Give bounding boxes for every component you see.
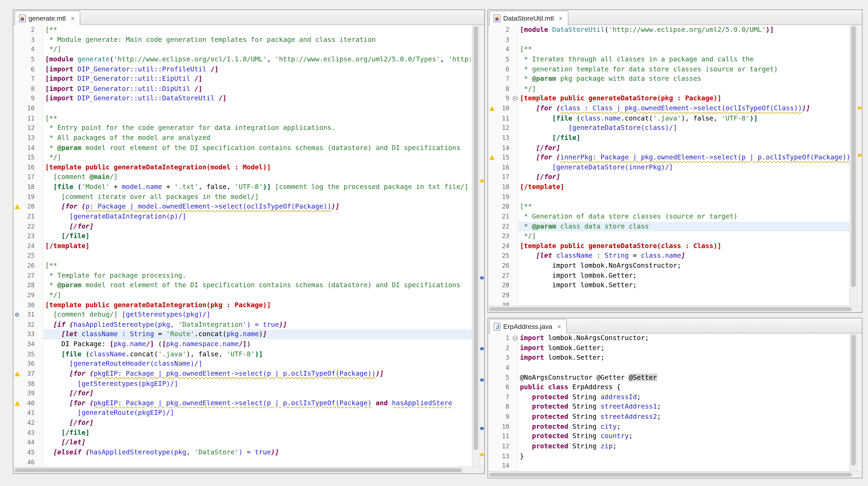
line-number[interactable]: 34 xyxy=(22,339,38,349)
horizontal-scrollbar[interactable] xyxy=(488,305,862,312)
code-line[interactable]: 38 [getStereotypes(pkgEIP)/] xyxy=(13,379,472,389)
code-line[interactable]: 7[import DIP_Generator::util::EipUtil /] xyxy=(13,74,472,84)
line-number[interactable]: 11 xyxy=(22,114,38,123)
code-line[interactable]: 5@NoArgsConstructor @Getter @Setter xyxy=(488,373,850,383)
code-line[interactable]: 29 xyxy=(488,290,850,300)
code-line[interactable]: 3 xyxy=(488,35,850,45)
warning-icon[interactable] xyxy=(489,106,495,111)
line-number[interactable]: 17 xyxy=(22,172,38,182)
line-number[interactable]: 14 xyxy=(497,461,513,471)
line-number[interactable]: 12 xyxy=(22,123,38,133)
overview-mark-info[interactable] xyxy=(480,427,484,430)
code-line[interactable]: 21 * Generation of data store classes (s… xyxy=(488,212,850,222)
code-area[interactable]: 2[module DataStoreUtil('http://www.eclip… xyxy=(488,25,850,305)
line-number[interactable]: 5 xyxy=(497,55,513,64)
code-line[interactable]: 20[** xyxy=(488,202,850,212)
overview-mark-warning[interactable] xyxy=(858,106,861,109)
code-line[interactable]: 17 [comment @main/] xyxy=(13,172,472,182)
line-number[interactable]: 17 xyxy=(497,172,513,182)
line-number[interactable]: 3 xyxy=(22,35,38,45)
line-number[interactable]: 4 xyxy=(22,45,38,55)
code-line[interactable]: 11[** xyxy=(13,114,472,123)
marker-dot-icon[interactable] xyxy=(15,313,19,317)
overview-mark-warning[interactable] xyxy=(480,180,484,182)
code-line[interactable]: 42 [/for] xyxy=(13,418,472,428)
overview-mark-warning[interactable] xyxy=(480,453,484,456)
line-number[interactable]: 32 xyxy=(22,320,38,330)
fold-collapse-icon[interactable] xyxy=(513,336,518,341)
code-line[interactable]: 27 * Template for package processing. xyxy=(13,271,472,281)
line-number[interactable]: 40 xyxy=(22,398,38,408)
line-number[interactable]: 27 xyxy=(22,271,38,281)
code-line[interactable]: 23 [/file] xyxy=(13,231,472,241)
fold-collapse-icon[interactable] xyxy=(513,96,518,101)
code-line[interactable]: 28 * @param model root element of the DI… xyxy=(13,281,472,290)
code-line[interactable]: 46 xyxy=(13,457,472,467)
line-number[interactable]: 30 xyxy=(22,300,38,310)
line-number[interactable]: 3 xyxy=(497,35,513,45)
code-line[interactable]: 13} xyxy=(488,451,850,461)
line-number[interactable]: 5 xyxy=(22,55,38,64)
warning-icon[interactable] xyxy=(14,401,20,406)
line-number[interactable]: 24 xyxy=(22,241,38,251)
line-number[interactable]: 26 xyxy=(22,261,38,271)
code-line[interactable]: 8[import DIP_Generator::util::DipUtil /] xyxy=(13,84,472,94)
code-area[interactable]: 2[**3 * Module generate: Main code gener… xyxy=(13,25,472,467)
code-line[interactable]: 29 */] xyxy=(13,290,472,300)
line-number[interactable]: 37 xyxy=(22,369,38,379)
line-number[interactable]: 13 xyxy=(22,133,38,143)
line-number[interactable]: 44 xyxy=(22,438,38,448)
line-number[interactable]: 11 xyxy=(497,114,513,123)
tab-close-icon[interactable]: × xyxy=(71,15,74,22)
code-line[interactable]: 45 [elseif (hasAppliedStereotype(pkg, 'D… xyxy=(13,448,472,457)
line-number[interactable]: 41 xyxy=(22,408,38,418)
code-line[interactable]: 24[template public generateDataStore(cla… xyxy=(488,241,850,251)
code-line[interactable]: 6public class ErpAddress { xyxy=(488,383,850,392)
horizontal-scrollbar[interactable] xyxy=(488,471,862,478)
line-number[interactable]: 6 xyxy=(497,64,513,74)
code-line[interactable]: 10 xyxy=(13,104,472,114)
code-line[interactable]: 25 [let className : String = class.name] xyxy=(488,251,850,261)
warning-icon[interactable] xyxy=(14,204,20,209)
overview-mark-info[interactable] xyxy=(480,347,484,350)
tab-close-icon[interactable]: × xyxy=(559,15,563,22)
line-number[interactable]: 7 xyxy=(497,392,513,402)
tab-erpaddress-java[interactable]: ErpAddress.java × xyxy=(489,319,567,333)
code-line[interactable]: 33 [let className : String = 'Route'.con… xyxy=(13,330,472,339)
line-number[interactable]: 4 xyxy=(497,45,513,55)
code-line[interactable]: 19 xyxy=(488,192,850,202)
code-line[interactable]: 37 [for (pkgEIP: Package | pkg.ownedElem… xyxy=(13,369,472,379)
line-number[interactable]: 18 xyxy=(22,182,38,192)
code-line[interactable]: 6[import DIP_Generator::util::ProfileUti… xyxy=(13,64,472,74)
code-line[interactable]: 35 [file (className.concat('.java'), fal… xyxy=(13,350,472,359)
line-number[interactable]: 2 xyxy=(497,343,513,353)
line-number[interactable]: 28 xyxy=(497,281,513,290)
line-number[interactable]: 35 xyxy=(22,350,38,359)
line-number[interactable]: 25 xyxy=(22,251,38,261)
code-line[interactable]: 9[template public generateDataStore(pkg … xyxy=(488,94,850,104)
line-number[interactable]: 13 xyxy=(497,133,513,143)
code-line[interactable]: 14 xyxy=(488,461,850,471)
code-line[interactable]: 13 [/file] xyxy=(488,133,850,143)
line-number[interactable]: 2 xyxy=(497,25,513,35)
line-number[interactable]: 8 xyxy=(497,84,513,94)
vertical-scrollbar[interactable] xyxy=(472,25,479,467)
code-line[interactable]: 9 protected String streetAddress2; xyxy=(488,412,850,422)
line-number[interactable]: 7 xyxy=(497,74,513,84)
line-number[interactable]: 23 xyxy=(22,231,38,241)
code-line[interactable]: 26 import lombok.NoArgsConstructor; xyxy=(488,261,850,271)
line-number[interactable]: 18 xyxy=(497,182,513,192)
line-number[interactable]: 22 xyxy=(497,222,513,231)
code-line[interactable]: 19 [comment iterate over all packages in… xyxy=(13,192,472,202)
line-number[interactable]: 10 xyxy=(497,422,513,432)
code-line[interactable]: 4 xyxy=(488,363,850,372)
code-line[interactable]: 5[module generate('http://www.eclipse.or… xyxy=(13,55,472,64)
code-line[interactable]: 41 [generateRoute(pkgEIP)/] xyxy=(13,408,472,418)
code-line[interactable]: 14 [/for] xyxy=(488,143,850,153)
overview-mark-warning[interactable] xyxy=(858,154,861,157)
line-number[interactable]: 28 xyxy=(22,281,38,290)
code-line[interactable]: 10 protected String city; xyxy=(488,422,850,432)
code-line[interactable]: 8 */] xyxy=(488,84,850,94)
line-number[interactable]: 14 xyxy=(497,143,513,153)
code-line[interactable]: 16[template public generateDataIntegrati… xyxy=(13,163,472,172)
